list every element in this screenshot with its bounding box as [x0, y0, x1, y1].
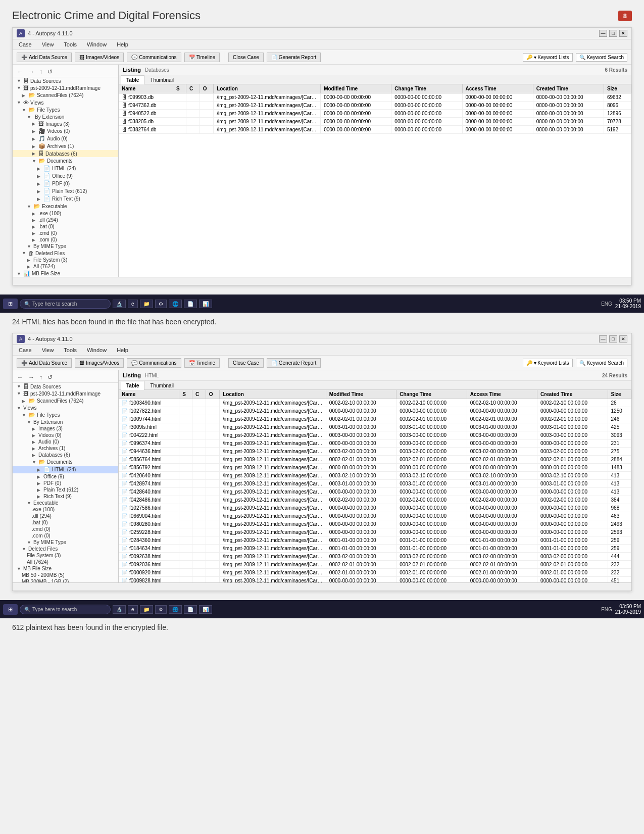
tree2-html[interactable]: ▶ 📄 HTML (24)	[13, 466, 118, 473]
tree2-rich-text[interactable]: ▶ Rich Text (9)	[13, 493, 118, 500]
tree-item-deleted[interactable]: ▼ 🗑 Deleted Files	[13, 250, 118, 257]
tree2-mb-size[interactable]: ▼ MB File Size	[13, 565, 118, 572]
tree-item-videos[interactable]: ▶ 🎥 Videos (0)	[13, 127, 118, 135]
table-row[interactable]: 📄f0092036.html /img_pst-2009-12-11.mdd/c…	[119, 561, 631, 569]
table-row[interactable]: 🗄f0940522.db /img_pst-2009-12-11.mdd/cam…	[119, 110, 631, 118]
menu2-tools[interactable]: Tools	[62, 346, 79, 354]
table-row[interactable]: 📄f1027586.html /img_pst-2009-12-11.mdd/c…	[119, 504, 631, 512]
taskbar-app-1[interactable]: 🔬	[113, 300, 126, 308]
tree2-exe[interactable]: .exe (100)	[13, 506, 118, 513]
search-box-1[interactable]: 🔍 Type here to search	[20, 299, 111, 309]
keyword-search-btn[interactable]: 🔍 Keyword Search	[576, 53, 627, 62]
tree2-office[interactable]: ▶ Office (9)	[13, 473, 118, 480]
tree2-cmd[interactable]: .cmd (0)	[13, 526, 118, 532]
images-videos-btn[interactable]: 🖼 Images/Videos	[75, 53, 124, 62]
up-btn-2[interactable]: ↑	[38, 373, 44, 381]
tree-item-by-extension[interactable]: ▼ By Extension	[13, 114, 118, 120]
refresh-btn-2[interactable]: ↺	[46, 373, 54, 381]
tree2-videos[interactable]: ▶ Videos (0)	[13, 432, 118, 438]
back-btn-2[interactable]: ←	[16, 373, 25, 381]
tree2-databases[interactable]: ▶ Databases (6)	[13, 452, 118, 458]
tab-thumbnail-1[interactable]: Thumbnail	[144, 75, 179, 84]
communications-btn[interactable]: 💬 Communications	[127, 53, 181, 62]
tree-item-all[interactable]: ▶ All (7624)	[13, 263, 118, 270]
keyword-lists-btn[interactable]: 🔑 ▾ Keyword Lists	[523, 53, 573, 62]
timeline-btn-2[interactable]: 📅 Timeline	[184, 358, 220, 368]
taskbar2-explorer[interactable]: 📁	[140, 605, 153, 614]
table-row[interactable]: 📄f0420640.html /img_pst-2009-12-11.mdd/c…	[119, 472, 631, 480]
table-row[interactable]: 📄f0428974.html /img_pst-2009-12-11.mdd/c…	[119, 480, 631, 488]
generate-report-btn-2[interactable]: 📄 Generate Report	[267, 358, 321, 368]
table-row[interactable]: 📄f0259228.html /img_pst-2009-12-11.mdd/c…	[119, 528, 631, 536]
tree2-com[interactable]: .com (0)	[13, 532, 118, 539]
tree-item-data-sources[interactable]: ▼ 🗄 Data Sources	[13, 77, 118, 84]
forward-btn-2[interactable]: →	[27, 373, 36, 381]
table-row[interactable]: 📄f0669004.html /img_pst-2009-12-11.mdd/c…	[119, 512, 631, 520]
add-data-source-btn-2[interactable]: ➕ Add Data Source	[17, 358, 72, 368]
tree-item-scanned-files[interactable]: ▶ 📂 ScannedFiles (7624)	[13, 91, 118, 99]
maximize-btn-2[interactable]: □	[609, 335, 617, 342]
taskbar-misc2[interactable]: 🌐	[169, 300, 182, 308]
tree2-scanned[interactable]: ▶ 📂 ScannedFiles (7624)	[13, 397, 118, 405]
timeline-btn[interactable]: 📅 Timeline	[184, 53, 220, 62]
tree-item-com[interactable]: ▶ .com (0)	[13, 236, 118, 243]
tree2-data-sources[interactable]: ▼ 🗄 Data Sources	[13, 383, 118, 390]
table-row[interactable]: 🗄f0382764.db /img_pst-2009-12-11.mdd/cam…	[119, 126, 631, 134]
taskbar2-app[interactable]: 🔬	[113, 605, 126, 614]
table-row[interactable]: 📄f0944636.html /img_pst-2009-12-11.mdd/c…	[119, 448, 631, 456]
table-row[interactable]: 📄f0184634.html /img_pst-2009-12-11.mdd/c…	[119, 545, 631, 553]
tree-item-pdf[interactable]: ▶ 📄 PDF (0)	[13, 180, 118, 187]
tree-item-documents[interactable]: ▼ 📂 Documents	[13, 157, 118, 165]
tab-table-1[interactable]: Table	[121, 75, 144, 84]
maximize-btn-1[interactable]: □	[609, 30, 617, 37]
tree2-images[interactable]: ▶ Images (3)	[13, 425, 118, 432]
tree2-filesystem[interactable]: File System (3)	[13, 552, 118, 559]
tree-item-html[interactable]: ▶ 📄 HTML (24)	[13, 165, 118, 172]
minimize-btn-2[interactable]: —	[599, 335, 607, 342]
search-box-2[interactable]: 🔍 Type here to search	[20, 605, 111, 614]
tree-item-views[interactable]: ▼ 👁 Views	[13, 99, 118, 106]
tree-item-executable[interactable]: ▼ 📂 Executable	[13, 203, 118, 210]
tree2-views[interactable]: ▼ Views	[13, 405, 118, 411]
table-row[interactable]: 📄f0428486.html /img_pst-2009-12-11.mdd/c…	[119, 496, 631, 504]
tree-item-cmd[interactable]: ▶ .cmd (0)	[13, 230, 118, 236]
tree-item-images[interactable]: ▶ 🖼 Images (3)	[13, 120, 118, 127]
menu2-view[interactable]: View	[40, 346, 56, 354]
table-row[interactable]: 🗄f038205.db /img_pst-2009-12-11.mdd/cami…	[119, 118, 631, 126]
menu-view[interactable]: View	[40, 40, 56, 48]
table-row[interactable]: 📄f0856764.html /img_pst-2009-12-11.mdd/c…	[119, 456, 631, 464]
tree2-dll[interactable]: .dll (294)	[13, 513, 118, 519]
table-row[interactable]: 📄f3009ls.html /img_pst-2009-12-11.mdd/ca…	[119, 423, 631, 431]
minimize-btn-1[interactable]: —	[599, 30, 607, 37]
tree-item-databases[interactable]: ▶ 🗄 Databases (6)	[13, 150, 118, 157]
add-data-source-btn[interactable]: ➕ Add Data Source	[17, 53, 72, 62]
tree2-by-mime[interactable]: ▼ By MIME Type	[13, 539, 118, 546]
taskbar-misc3[interactable]: 📄	[184, 300, 197, 308]
tab-table-2[interactable]: Table	[121, 381, 144, 390]
menu-window[interactable]: Window	[85, 40, 109, 48]
tree2-audio[interactable]: ▶ Audio (0)	[13, 438, 118, 445]
tree-item-bat[interactable]: ▶ .bat (0)	[13, 223, 118, 230]
close-btn-2[interactable]: ✕	[619, 335, 627, 342]
refresh-btn-1[interactable]: ↺	[46, 68, 54, 76]
menu-help[interactable]: Help	[115, 40, 130, 48]
tree2-deleted[interactable]: ▼ Deleted Files	[13, 546, 118, 552]
tree2-pdf[interactable]: ▶ PDF (0)	[13, 480, 118, 486]
taskbar2-browser[interactable]: e	[128, 605, 138, 614]
taskbar2-misc2[interactable]: 🌐	[169, 605, 182, 614]
tree-item-mb-size[interactable]: ▼ 📊 MB File Size	[13, 270, 118, 277]
taskbar-misc1[interactable]: ⚙	[155, 300, 167, 308]
tree2-documents[interactable]: ▼ 📂 Documents	[13, 458, 118, 466]
back-btn-1[interactable]: ←	[16, 68, 25, 76]
table-row[interactable]: 📄f1003490.html /img_pst-2009-12-11.mdd/c…	[119, 399, 631, 407]
close-case-btn[interactable]: Close Case	[228, 53, 264, 62]
taskbar-misc4[interactable]: 📊	[199, 300, 212, 308]
tree2-mb-50[interactable]: MB 50 - 200MB (5)	[13, 572, 118, 578]
tree2-all[interactable]: All (7624)	[13, 559, 118, 565]
table-row[interactable]: 📄f0980280.html /img_pst-2009-12-11.mdd/c…	[119, 520, 631, 528]
tree-item-filesystem[interactable]: ▶ File System (3)	[13, 257, 118, 263]
start-btn-1[interactable]: ⊞	[3, 299, 18, 309]
menu2-case[interactable]: Case	[17, 346, 34, 354]
taskbar-browser[interactable]: e	[128, 300, 138, 308]
table-row[interactable]: 📄f0856792.html /img_pst-2009-12-11.mdd/c…	[119, 464, 631, 472]
